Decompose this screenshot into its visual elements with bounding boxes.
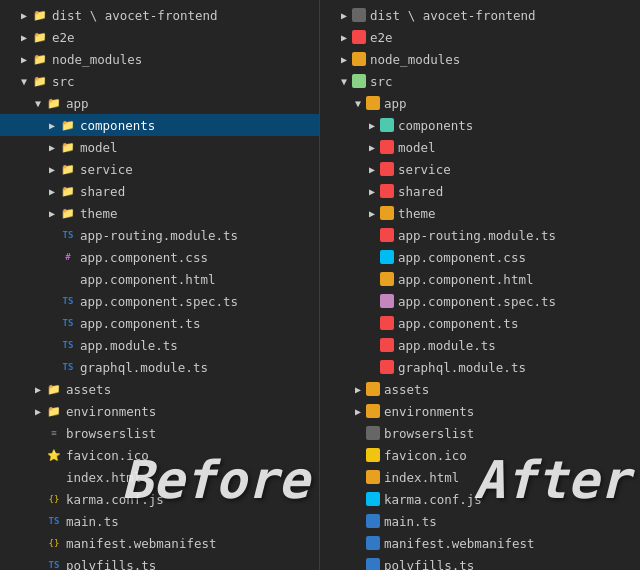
tree-item-node_modules[interactable]: 📁node_modules bbox=[0, 48, 319, 70]
chevron-empty bbox=[364, 359, 380, 375]
item-label: shared bbox=[80, 184, 311, 199]
tree-item-app-routing-r[interactable]: app-routing.module.ts bbox=[320, 224, 640, 246]
tree-item-shared-r[interactable]: shared bbox=[320, 180, 640, 202]
tree-item-app-ts[interactable]: TSapp.component.ts bbox=[0, 312, 319, 334]
file-type-icon bbox=[60, 271, 76, 287]
file-icon bbox=[352, 74, 366, 88]
tree-item-app-spec[interactable]: TSapp.component.spec.ts bbox=[0, 290, 319, 312]
tree-item-main-r[interactable]: main.ts bbox=[320, 510, 640, 532]
tree-item-browserslist[interactable]: ≡browserslist bbox=[0, 422, 319, 444]
tree-item-index[interactable]: index.html bbox=[0, 466, 319, 488]
file-icon bbox=[380, 250, 394, 264]
folder-icon: 📁 bbox=[32, 29, 48, 45]
item-label: service bbox=[80, 162, 311, 177]
chevron-empty bbox=[44, 227, 60, 243]
chevron-right-icon bbox=[44, 139, 60, 155]
file-type-icon: {} bbox=[46, 535, 62, 551]
tree-item-theme[interactable]: 📁theme bbox=[0, 202, 319, 224]
chevron-right-icon bbox=[364, 117, 380, 133]
tree-item-e2e-r[interactable]: e2e bbox=[320, 26, 640, 48]
chevron-empty bbox=[350, 425, 366, 441]
tree-item-app-routing[interactable]: TSapp-routing.module.ts bbox=[0, 224, 319, 246]
tree-item-app-css[interactable]: #app.component.css bbox=[0, 246, 319, 268]
file-icon bbox=[366, 382, 380, 396]
tree-item-app-r[interactable]: app bbox=[320, 92, 640, 114]
tree-item-app-html-r[interactable]: app.component.html bbox=[320, 268, 640, 290]
chevron-empty bbox=[44, 293, 60, 309]
file-icon bbox=[366, 514, 380, 528]
chevron-empty bbox=[350, 469, 366, 485]
tree-item-graphql[interactable]: TSgraphql.module.ts bbox=[0, 356, 319, 378]
tree-item-app-html[interactable]: app.component.html bbox=[0, 268, 319, 290]
chevron-empty bbox=[30, 535, 46, 551]
item-label: app-routing.module.ts bbox=[398, 228, 632, 243]
chevron-right-icon bbox=[364, 183, 380, 199]
tree-item-favicon-r[interactable]: favicon.ico bbox=[320, 444, 640, 466]
file-icon bbox=[380, 184, 394, 198]
file-icon bbox=[352, 8, 366, 22]
tree-item-environments[interactable]: 📁environments bbox=[0, 400, 319, 422]
tree-item-environments-r[interactable]: environments bbox=[320, 400, 640, 422]
tree-item-assets[interactable]: 📁assets bbox=[0, 378, 319, 400]
folder-icon: 📁 bbox=[46, 403, 62, 419]
tree-item-components[interactable]: 📁components bbox=[0, 114, 319, 136]
item-label: dist \ avocet-frontend bbox=[52, 8, 311, 23]
tree-item-favicon[interactable]: ⭐favicon.ico bbox=[0, 444, 319, 466]
file-type-icon: TS bbox=[60, 337, 76, 353]
item-label: app.component.css bbox=[80, 250, 311, 265]
file-icon bbox=[380, 140, 394, 154]
item-label: browserslist bbox=[384, 426, 632, 441]
tree-item-browserslist-r[interactable]: browserslist bbox=[320, 422, 640, 444]
tree-item-model-r[interactable]: model bbox=[320, 136, 640, 158]
tree-item-src[interactable]: 📁src bbox=[0, 70, 319, 92]
tree-item-app-module-r[interactable]: app.module.ts bbox=[320, 334, 640, 356]
file-icon bbox=[352, 30, 366, 44]
tree-item-main[interactable]: TSmain.ts bbox=[0, 510, 319, 532]
file-type-icon: TS bbox=[60, 359, 76, 375]
file-icon bbox=[366, 492, 380, 506]
item-label: app bbox=[384, 96, 632, 111]
left-panel: 📁dist \ avocet-frontend📁e2e📁node_modules… bbox=[0, 0, 320, 570]
tree-item-polyfills[interactable]: TSpolyfills.ts bbox=[0, 554, 319, 570]
tree-item-service[interactable]: 📁service bbox=[0, 158, 319, 180]
item-label: graphql.module.ts bbox=[80, 360, 311, 375]
item-label: app.component.html bbox=[80, 272, 311, 287]
tree-item-shared[interactable]: 📁shared bbox=[0, 180, 319, 202]
file-icon bbox=[366, 448, 380, 462]
tree-item-polyfills-r[interactable]: polyfills.ts bbox=[320, 554, 640, 570]
tree-item-manifest-r[interactable]: manifest.webmanifest bbox=[320, 532, 640, 554]
item-label: model bbox=[398, 140, 632, 155]
item-label: src bbox=[52, 74, 311, 89]
tree-item-app[interactable]: 📁app bbox=[0, 92, 319, 114]
chevron-empty bbox=[30, 513, 46, 529]
tree-item-manifest[interactable]: {}manifest.webmanifest bbox=[0, 532, 319, 554]
tree-item-dist-r[interactable]: dist \ avocet-frontend bbox=[320, 4, 640, 26]
file-type-icon: TS bbox=[60, 293, 76, 309]
tree-item-dist[interactable]: 📁dist \ avocet-frontend bbox=[0, 4, 319, 26]
file-icon bbox=[366, 426, 380, 440]
tree-item-app-css-r[interactable]: app.component.css bbox=[320, 246, 640, 268]
tree-item-graphql-r[interactable]: graphql.module.ts bbox=[320, 356, 640, 378]
chevron-empty bbox=[44, 359, 60, 375]
file-icon bbox=[380, 162, 394, 176]
tree-item-src-r[interactable]: src bbox=[320, 70, 640, 92]
tree-item-index-r[interactable]: index.html bbox=[320, 466, 640, 488]
file-type-icon: TS bbox=[60, 227, 76, 243]
item-label: theme bbox=[398, 206, 632, 221]
tree-item-components-r[interactable]: components bbox=[320, 114, 640, 136]
tree-item-e2e[interactable]: 📁e2e bbox=[0, 26, 319, 48]
tree-item-assets-r[interactable]: assets bbox=[320, 378, 640, 400]
tree-item-karma-r[interactable]: karma.conf.js bbox=[320, 488, 640, 510]
chevron-empty bbox=[364, 337, 380, 353]
tree-item-app-module[interactable]: TSapp.module.ts bbox=[0, 334, 319, 356]
tree-item-model[interactable]: 📁model bbox=[0, 136, 319, 158]
tree-item-app-spec-r[interactable]: app.component.spec.ts bbox=[320, 290, 640, 312]
tree-item-service-r[interactable]: service bbox=[320, 158, 640, 180]
tree-item-theme-r[interactable]: theme bbox=[320, 202, 640, 224]
chevron-right-icon bbox=[44, 161, 60, 177]
tree-item-app-ts-r[interactable]: app.component.ts bbox=[320, 312, 640, 334]
tree-item-node-r[interactable]: node_modules bbox=[320, 48, 640, 70]
tree-item-karma[interactable]: {}karma.conf.js bbox=[0, 488, 319, 510]
file-type-icon: ≡ bbox=[46, 425, 62, 441]
chevron-right-icon bbox=[336, 29, 352, 45]
